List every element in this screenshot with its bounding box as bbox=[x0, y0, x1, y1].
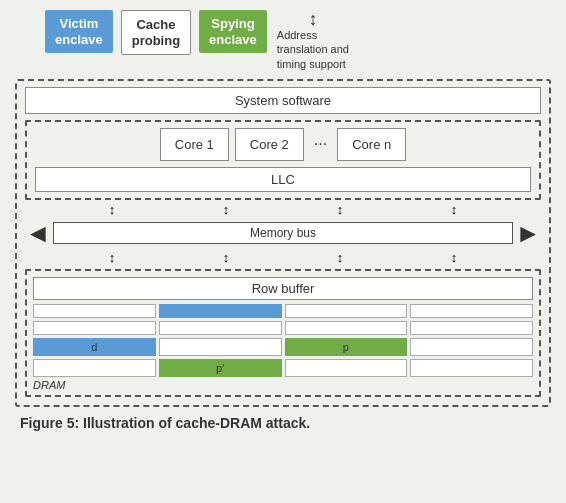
memory-bus-bar: Memory bus bbox=[53, 222, 514, 244]
dram-row-3: d p bbox=[33, 338, 533, 356]
dram-row-2 bbox=[33, 321, 533, 335]
dram-outer-box: Row buffer d bbox=[25, 269, 541, 397]
dram-cell-pprime: p' bbox=[159, 359, 282, 377]
core-2-box: Core 2 bbox=[235, 128, 304, 161]
cache-probing-badge: Cacheprobing bbox=[121, 10, 191, 55]
llc-bar: LLC bbox=[35, 167, 531, 192]
left-arrow-icon: ◄ bbox=[25, 218, 51, 249]
vertical-arrows-top: ↕ ↕ ↕ ↕ bbox=[25, 202, 541, 217]
dram-cell-2-2 bbox=[159, 321, 282, 335]
dram-cell-d: d bbox=[33, 338, 156, 356]
core-n-box: Core n bbox=[337, 128, 406, 161]
victim-enclave-badge: Victimenclave bbox=[45, 10, 113, 53]
figure-caption: Figure 5: Illustration of cache-DRAM att… bbox=[15, 415, 551, 431]
core-1-box: Core 1 bbox=[160, 128, 229, 161]
dram-cell-2-3 bbox=[285, 321, 408, 335]
v-arrow-1: ↕ bbox=[109, 202, 116, 217]
v-arrow-3: ↕ bbox=[337, 202, 344, 217]
dram-cell-1-4 bbox=[410, 304, 533, 318]
dram-cell-1-3 bbox=[285, 304, 408, 318]
badges-row: Victimenclave Cacheprobing Spyingenclave… bbox=[15, 10, 551, 71]
v-arrow-6: ↕ bbox=[223, 250, 230, 265]
diagram-outer: System software Core 1 Core 2 ··· Core n… bbox=[15, 79, 551, 407]
dram-cell-4-4 bbox=[410, 359, 533, 377]
address-arrow-icon: ↕ bbox=[308, 10, 317, 28]
cpu-box: Core 1 Core 2 ··· Core n LLC bbox=[25, 120, 541, 200]
memory-bus-row: ◄ Memory bus ► bbox=[25, 218, 541, 249]
dram-cell-1-2 bbox=[159, 304, 282, 318]
dram-row-4: p' bbox=[33, 359, 533, 377]
spying-enclave-badge: Spyingenclave bbox=[199, 10, 267, 53]
cores-row: Core 1 Core 2 ··· Core n bbox=[35, 128, 531, 161]
main-container: Victimenclave Cacheprobing Spyingenclave… bbox=[0, 0, 566, 439]
dram-cell-2-1 bbox=[33, 321, 156, 335]
address-note: ↕ Addresstranslation andtiming support bbox=[277, 10, 349, 71]
dram-cell-2-4 bbox=[410, 321, 533, 335]
dram-cell-3-2 bbox=[159, 338, 282, 356]
v-arrow-8: ↕ bbox=[451, 250, 458, 265]
address-note-text: Addresstranslation andtiming support bbox=[277, 28, 349, 71]
vertical-arrows-bottom: ↕ ↕ ↕ ↕ bbox=[25, 250, 541, 265]
dram-cell-3-4 bbox=[410, 338, 533, 356]
v-arrow-7: ↕ bbox=[337, 250, 344, 265]
dram-cell-1-1 bbox=[33, 304, 156, 318]
v-arrow-4: ↕ bbox=[451, 202, 458, 217]
dram-rows: d p p' bbox=[33, 304, 533, 377]
dram-cell-4-1 bbox=[33, 359, 156, 377]
row-buffer-label: Row buffer bbox=[33, 277, 533, 300]
dram-cell-p: p bbox=[285, 338, 408, 356]
v-arrow-2: ↕ bbox=[223, 202, 230, 217]
right-arrow-icon: ► bbox=[515, 218, 541, 249]
v-arrow-5: ↕ bbox=[109, 250, 116, 265]
dram-row-1 bbox=[33, 304, 533, 318]
system-software-bar: System software bbox=[25, 87, 541, 114]
core-dots: ··· bbox=[310, 135, 331, 153]
dram-label: DRAM bbox=[33, 379, 533, 391]
dram-cell-4-3 bbox=[285, 359, 408, 377]
